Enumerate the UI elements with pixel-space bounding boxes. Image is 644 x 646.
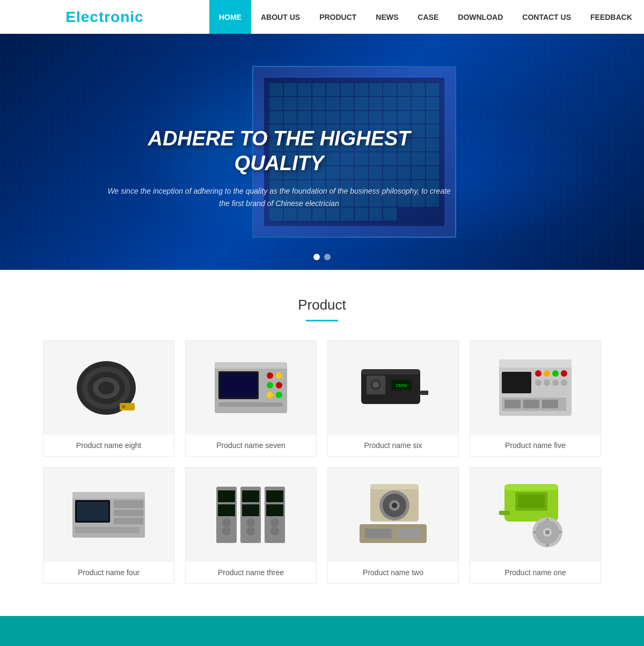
- svg-point-54: [222, 518, 231, 527]
- hero-content: ADHERE TO THE HIGHEST QUALITY We since t…: [91, 116, 467, 220]
- svg-rect-73: [365, 528, 392, 538]
- svg-rect-30: [502, 372, 531, 393]
- chip-cell: [298, 83, 311, 96]
- product-name-one: Product name one: [470, 562, 601, 583]
- chip-cell: [355, 83, 368, 96]
- svg-rect-6: [122, 405, 125, 408]
- svg-point-64: [270, 518, 279, 527]
- svg-point-12: [276, 372, 282, 379]
- svg-rect-33: [552, 370, 559, 377]
- svg-rect-46: [77, 502, 108, 521]
- chip-cell: [369, 83, 383, 96]
- product-card-six[interactable]: 150W Product name six: [327, 340, 459, 457]
- product-image-five: [470, 341, 601, 435]
- nav-item-product[interactable]: PRODUCT: [310, 0, 366, 34]
- chip-cell: [355, 97, 368, 110]
- chip-cell: [398, 97, 411, 110]
- svg-rect-36: [544, 379, 550, 386]
- svg-rect-40: [504, 400, 521, 408]
- nav-item-feedback[interactable]: FEEDBACK: [581, 0, 642, 34]
- product-image-one: [470, 468, 601, 562]
- nav-item-news[interactable]: NEWS: [366, 0, 408, 34]
- svg-rect-32: [544, 370, 550, 377]
- product-name-six: Product name six: [328, 435, 458, 456]
- product-image-six: 150W: [328, 341, 458, 435]
- svg-point-13: [267, 382, 273, 388]
- svg-rect-19: [361, 369, 420, 375]
- hero-subtitle: We since the inception of adhering to th…: [102, 185, 456, 209]
- svg-rect-35: [535, 379, 541, 386]
- svg-point-11: [267, 372, 273, 379]
- product-card-eight[interactable]: Product name eight: [43, 340, 174, 457]
- product-grid-row1: Product name eight: [43, 340, 601, 457]
- product-image-four: [43, 468, 174, 562]
- svg-point-71: [392, 503, 397, 508]
- product-name-seven: Product name seven: [186, 435, 316, 456]
- product-card-four[interactable]: Product name four: [43, 467, 174, 584]
- svg-rect-41: [523, 400, 539, 408]
- svg-point-15: [267, 392, 273, 398]
- site-logo[interactable]: Electronic: [0, 9, 209, 26]
- chip-cell: [298, 97, 311, 110]
- product-img-eight: [69, 353, 149, 423]
- chip-cell: [269, 97, 283, 110]
- svg-point-82: [545, 530, 550, 534]
- chip-cell: [412, 97, 425, 110]
- chip-cell: [369, 97, 383, 110]
- nav-item-download[interactable]: DOWNLOAD: [448, 0, 513, 34]
- product-card-five[interactable]: Product name five: [470, 340, 601, 457]
- svg-rect-57: [242, 490, 259, 502]
- svg-rect-62: [266, 490, 283, 502]
- svg-rect-76: [504, 484, 558, 490]
- nav-item-case[interactable]: CASE: [408, 0, 448, 34]
- svg-point-4: [98, 381, 114, 394]
- nav-item-about[interactable]: ABOUT US: [251, 0, 310, 34]
- product-img-five: [495, 353, 576, 423]
- product-card-two[interactable]: Product name two: [327, 467, 459, 584]
- product-image-eight: [43, 341, 174, 435]
- svg-point-60: [246, 527, 255, 535]
- nav-item-home[interactable]: HOME: [209, 0, 251, 34]
- product-section-title: Product: [43, 297, 601, 313]
- product-img-three: [211, 480, 291, 550]
- chip-cell: [341, 97, 354, 110]
- chip-cell: [312, 83, 326, 96]
- hero-dot-1[interactable]: [313, 254, 320, 260]
- svg-rect-31: [535, 370, 541, 377]
- hero-slider-dots: [313, 254, 331, 260]
- nav-item-contact[interactable]: CONTACT US: [513, 0, 581, 34]
- svg-rect-53: [218, 504, 235, 516]
- chip-cell: [269, 83, 283, 96]
- svg-point-65: [270, 527, 279, 535]
- svg-rect-58: [242, 504, 259, 516]
- product-image-three: [186, 468, 316, 562]
- section-title-underline: [306, 320, 338, 321]
- product-card-three[interactable]: Product name three: [185, 467, 317, 584]
- product-card-one[interactable]: Product name one: [470, 467, 601, 584]
- product-name-three: Product name three: [186, 562, 316, 583]
- chip-cell: [383, 97, 397, 110]
- svg-rect-67: [370, 484, 419, 489]
- chip-cell: [398, 83, 411, 96]
- chip-cell: [284, 97, 297, 110]
- chip-cell: [341, 83, 354, 96]
- svg-rect-42: [542, 400, 558, 408]
- product-card-seven[interactable]: Product name seven: [185, 340, 317, 457]
- about-section: About: [0, 616, 644, 646]
- product-grid-row2: Product name four: [43, 467, 601, 584]
- chip-cell: [326, 97, 340, 110]
- svg-rect-52: [218, 490, 235, 502]
- svg-rect-10: [220, 373, 257, 398]
- svg-rect-26: [420, 391, 428, 395]
- svg-rect-29: [499, 359, 572, 368]
- svg-rect-78: [518, 495, 545, 508]
- svg-rect-48: [114, 510, 143, 516]
- svg-point-55: [222, 527, 231, 535]
- product-img-seven: [211, 353, 291, 423]
- svg-rect-47: [114, 500, 143, 508]
- chip-cell: [326, 83, 340, 96]
- product-img-two: [353, 480, 434, 550]
- hero-dot-2[interactable]: [324, 254, 331, 260]
- product-name-five: Product name five: [470, 435, 601, 456]
- product-img-six: 150W: [353, 353, 434, 423]
